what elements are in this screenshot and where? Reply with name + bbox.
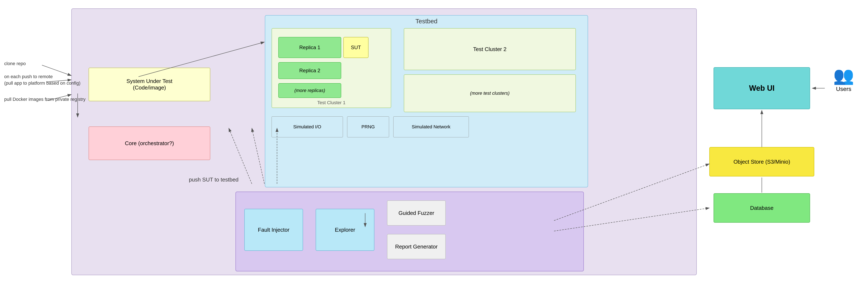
core-box: Core (orchestrator?) — [89, 126, 210, 160]
report-generator-box: Report Generator — [387, 234, 446, 259]
guided-fuzzer-box: Guided Fuzzer — [387, 200, 446, 226]
users-icon: 👥 — [833, 67, 854, 84]
fault-injector-box: Fault Injector — [244, 209, 303, 251]
simulated-network: Simulated Network — [393, 116, 469, 137]
test-cluster-1: Replica 1 SUT Replica 2 (more replicas) … — [272, 28, 391, 108]
database-box: Database — [714, 193, 810, 223]
sut-main-box: System Under Test(Code/image) — [89, 68, 210, 101]
label-pull-docker: pull Docker images from private registry — [4, 96, 86, 102]
users-label: Users — [836, 86, 851, 92]
more-replicas-box: (more replicas) — [278, 83, 341, 98]
testbed-label: Testbed — [265, 18, 588, 25]
simulated-io: Simulated I/O — [272, 116, 343, 137]
webui-box: Web UI — [714, 67, 810, 109]
test-cluster-1-label: Test Cluster 1 — [272, 100, 391, 106]
replica-2-box: Replica 2 — [278, 62, 341, 79]
users-area: 👥 Users — [825, 59, 863, 101]
diagram-container: Testbed Replica 1 SUT Replica 2 (more re… — [0, 0, 868, 284]
label-clone-repo: clone repo — [4, 61, 26, 66]
explorer-section: Fault Injector Explorer Guided Fuzzer Re… — [236, 192, 584, 272]
label-push-sut: push SUT to testbed — [189, 176, 239, 183]
replica-1-box: Replica 1 — [278, 37, 341, 58]
main-box: Testbed Replica 1 SUT Replica 2 (more re… — [71, 8, 697, 275]
sut-small-box: SUT — [343, 37, 369, 58]
testbed-box: Testbed Replica 1 SUT Replica 2 (more re… — [265, 15, 588, 188]
test-cluster-2: Test Cluster 2 — [404, 28, 576, 70]
more-test-clusters: (more test clusters) — [404, 74, 576, 112]
label-on-push: on each push to remote(pull app to platf… — [4, 74, 81, 87]
object-store-box: Object Store (S3/Minio) — [709, 147, 814, 176]
prng-box: PRNG — [347, 116, 389, 137]
explorer-box: Explorer — [316, 209, 374, 251]
